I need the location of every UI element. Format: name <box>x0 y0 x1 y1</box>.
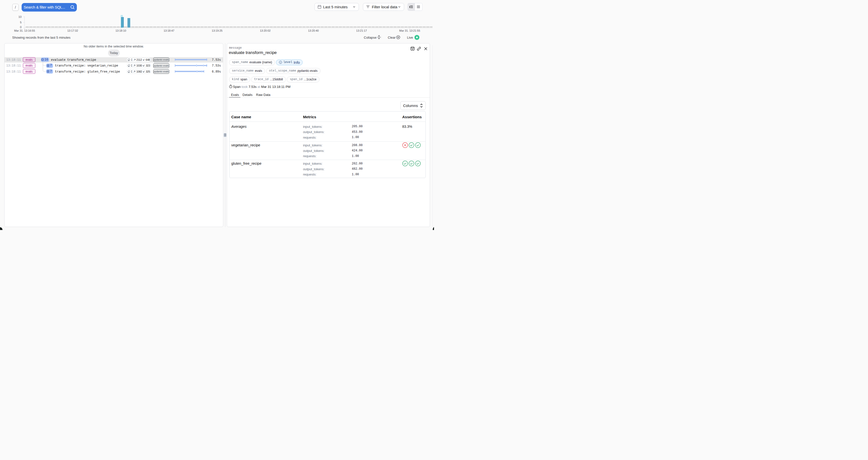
svg-text:Mar 31. 13:21:55: Mar 31. 13:21:55 <box>399 29 420 32</box>
svg-text:13:18:47: 13:18:47 <box>163 29 174 32</box>
svg-text:10: 10 <box>18 15 22 18</box>
svg-text:13:21:17: 13:21:17 <box>356 29 367 32</box>
svg-text:13:19:25: 13:19:25 <box>212 29 222 32</box>
svg-text:13:20:40: 13:20:40 <box>308 29 319 32</box>
svg-text:5: 5 <box>20 21 22 24</box>
svg-text:13:20:02: 13:20:02 <box>260 29 271 32</box>
svg-text:0: 0 <box>20 26 22 29</box>
svg-text:13:17:32: 13:17:32 <box>67 29 78 32</box>
svg-text:Mar 31. 13:16:55: Mar 31. 13:16:55 <box>14 29 35 32</box>
svg-text:13:18:10: 13:18:10 <box>116 29 126 32</box>
